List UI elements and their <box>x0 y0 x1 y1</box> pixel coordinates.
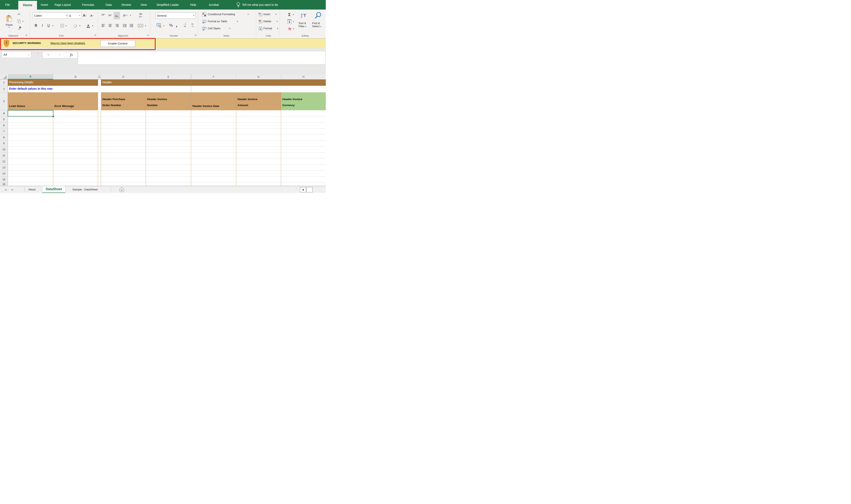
active-cell-A4[interactable] <box>8 110 53 116</box>
tab-acrobat[interactable]: Acrobat <box>209 0 219 10</box>
fill-button[interactable] <box>287 19 292 24</box>
hscroll-thumb[interactable] <box>306 187 313 192</box>
column-header-G[interactable]: G <box>236 74 281 79</box>
find-select-button[interactable]: Find & Select ▾ <box>312 22 321 28</box>
align-bottom-button[interactable] <box>114 12 120 19</box>
format-chevron-icon[interactable]: ▾ <box>277 28 278 30</box>
enter-icon[interactable]: ✓ <box>58 53 61 57</box>
underline-button[interactable]: U <box>46 22 51 29</box>
tab-data[interactable]: Data <box>106 0 112 10</box>
cell-B3[interactable]: Error Message <box>53 92 98 110</box>
autosum-button[interactable]: Σ <box>287 12 292 17</box>
number-dialog-launcher-icon[interactable]: ⇲ <box>194 34 196 36</box>
column-header-A[interactable]: A <box>8 74 53 79</box>
row-header-11[interactable]: 11 <box>0 152 8 159</box>
clipboard-dialog-launcher-icon[interactable]: ⇲ <box>25 34 27 36</box>
format-as-table-chevron-icon[interactable]: ▾ <box>237 21 238 22</box>
column-header-D[interactable]: D <box>101 74 146 79</box>
insert-chevron-icon[interactable]: ▾ <box>276 14 277 15</box>
name-box[interactable]: A4 ▾ <box>2 51 31 58</box>
font-dialog-launcher-icon[interactable]: ⇲ <box>94 34 96 36</box>
increase-indent-button[interactable] <box>129 23 134 28</box>
font-color-button[interactable]: A <box>86 22 91 29</box>
conditional-formatting-button[interactable]: Conditional Formatting <box>208 13 235 16</box>
row-header-5[interactable]: 5 <box>0 116 8 122</box>
clear-chevron-icon[interactable]: ▾ <box>293 28 294 30</box>
decrease-font-size-button[interactable]: A▼ <box>89 13 95 18</box>
font-color-chevron-icon[interactable]: ▾ <box>92 25 93 27</box>
delete-cells-button[interactable]: Delete <box>263 20 271 23</box>
sheet-nav-left-icon[interactable]: ◀ <box>4 186 6 193</box>
font-size-select[interactable]: 11▾ <box>67 13 82 19</box>
column-header-C[interactable]: C <box>98 74 101 79</box>
number-format-select[interactable]: General▾ <box>155 13 196 19</box>
font-name-select[interactable]: Calibri▾ <box>33 13 69 19</box>
column-header-H[interactable]: H <box>281 74 326 79</box>
row-header-8[interactable]: 8 <box>0 134 8 140</box>
cell-styles-button[interactable]: Cell Styles <box>208 27 220 30</box>
accounting-chevron-icon[interactable]: ▾ <box>163 25 164 27</box>
orientation-button[interactable]: ab <box>123 13 128 18</box>
accounting-format-button[interactable] <box>156 22 162 29</box>
macros-disabled-link[interactable]: Macros have been disabled. <box>51 41 86 44</box>
percent-style-button[interactable]: % <box>168 22 174 28</box>
row-header-6[interactable]: 6 <box>0 122 8 128</box>
row-header-1[interactable]: 1 <box>0 79 8 86</box>
italic-button[interactable]: I <box>40 22 45 29</box>
cell-G3[interactable]: Header InvoiceAmount <box>236 92 281 110</box>
tab-file[interactable]: File <box>5 0 10 10</box>
row-header-14[interactable]: 14 <box>0 170 8 177</box>
align-center-button[interactable] <box>108 23 112 28</box>
delete-chevron-icon[interactable]: ▾ <box>277 21 278 22</box>
tab-insert[interactable]: Insert <box>41 0 48 10</box>
align-right-button[interactable] <box>115 23 119 28</box>
format-as-table-button[interactable]: Format as Table <box>208 20 227 23</box>
name-box-chevron-icon[interactable]: ▾ <box>28 54 29 56</box>
formula-grip-icon[interactable]: ⋮ <box>37 53 39 54</box>
insert-function-icon[interactable]: fx <box>70 53 73 57</box>
format-cells-button[interactable]: Format <box>263 27 272 30</box>
copy-button[interactable] <box>17 19 22 24</box>
underline-chevron-icon[interactable]: ▾ <box>52 25 53 27</box>
add-sheet-button[interactable]: + <box>120 187 124 192</box>
merge-chevron-icon[interactable]: ▾ <box>145 25 146 27</box>
sheet-tab-about[interactable]: About <box>25 186 38 193</box>
fill-chevron-icon[interactable]: ▾ <box>293 21 294 23</box>
cell-E3[interactable]: Header InvoiceNumber <box>146 92 191 110</box>
tab-page-layout[interactable]: Page Layout <box>54 0 71 10</box>
tab-review[interactable]: Review <box>122 0 131 10</box>
row-header-4[interactable]: 4 <box>0 110 8 116</box>
column-header-B[interactable]: B <box>53 74 98 79</box>
align-top-button[interactable] <box>101 13 106 18</box>
tab-help[interactable]: Help <box>190 0 196 10</box>
decrease-indent-button[interactable] <box>122 23 127 28</box>
format-painter-button[interactable] <box>17 26 22 31</box>
orientation-chevron-icon[interactable]: ▾ <box>130 15 131 16</box>
merge-center-button[interactable] <box>137 23 144 28</box>
row-header-16[interactable]: 16 <box>0 182 8 186</box>
cell-H3[interactable]: Header InvoiceCurrency <box>281 92 326 110</box>
wrap-text-button[interactable]: ab c↩ <box>138 12 144 19</box>
hscroll-left-button[interactable]: ◀ <box>300 187 306 192</box>
decrease-decimal-button[interactable]: .00→.0 <box>189 22 195 28</box>
row-header-7[interactable]: 7 <box>0 128 8 134</box>
fill-color-button[interactable] <box>73 22 78 29</box>
insert-cells-button[interactable]: Insert <box>263 13 270 16</box>
align-middle-button[interactable] <box>108 13 112 18</box>
row-header-13[interactable]: 13 <box>0 164 8 170</box>
scrollbar-grip-icon[interactable]: ⋮ <box>295 188 298 189</box>
enable-content-button[interactable]: Enable Content <box>100 40 135 47</box>
clear-button[interactable] <box>287 26 292 32</box>
comma-style-button[interactable]: , <box>175 22 179 28</box>
row-header-15[interactable]: 15 <box>0 177 8 182</box>
row-header-10[interactable]: 10 <box>0 146 8 152</box>
formula-bar-input[interactable] <box>78 51 325 65</box>
fill-handle[interactable] <box>52 115 54 117</box>
fill-color-chevron-icon[interactable]: ▾ <box>79 25 81 27</box>
tab-home[interactable]: Home <box>18 1 37 10</box>
row-header-12[interactable]: 12 <box>0 159 8 164</box>
tab-formulas[interactable]: Formulas <box>82 0 94 10</box>
row-header-3[interactable]: 3 <box>0 92 8 110</box>
tab-simplified-loader[interactable]: Simplified Loader <box>157 0 179 10</box>
cell-F3[interactable]: Header Invoice Date <box>191 92 236 110</box>
